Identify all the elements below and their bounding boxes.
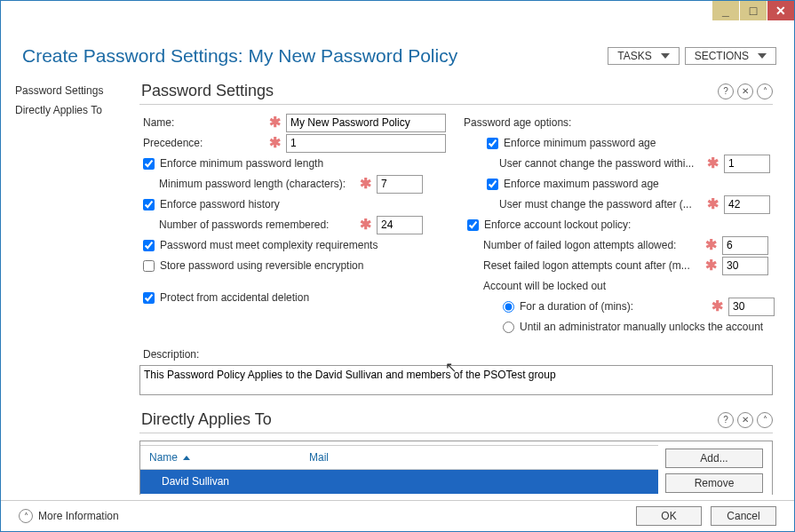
sort-asc-icon (183, 456, 190, 460)
section-title: Directly Applies To (139, 407, 714, 433)
lock-duration-radio[interactable] (503, 301, 514, 313)
section-password-settings: Password Settings ? ✕ ˄ Name: ✱ P (134, 76, 785, 405)
ok-button[interactable]: OK (636, 506, 702, 526)
window-controls: _ □ ✕ (712, 1, 794, 20)
failed-attempts-label: Number of failed logon attempts allowed: (483, 239, 700, 251)
section-title: Password Settings (139, 78, 714, 104)
close-section-icon[interactable]: ✕ (737, 412, 753, 428)
max-age-detail: User must change the password after (... (499, 198, 702, 210)
failed-attempts-input[interactable] (722, 236, 768, 255)
enforce-min-age-checkbox[interactable] (487, 138, 498, 149)
required-icon: ✱ (700, 261, 722, 270)
min-age-input[interactable] (724, 155, 770, 173)
sections-button[interactable]: SECTIONS (685, 47, 776, 65)
collapse-icon[interactable]: ˄ (757, 83, 773, 99)
enforce-lockout-label: Enforce account lockout policy: (484, 218, 631, 231)
chevron-down-icon (661, 53, 670, 59)
lock-duration-label: For a duration of (mins): (520, 300, 706, 313)
enforce-min-length-label: Enforce minimum password length (160, 157, 323, 170)
description-label: Description: (139, 348, 199, 361)
chevron-down-icon (758, 53, 767, 59)
max-age-input[interactable] (724, 195, 770, 214)
enforce-min-age-label: Enforce minimum password age (504, 137, 656, 149)
help-icon[interactable]: ? (718, 83, 734, 99)
maximize-button[interactable]: □ (739, 1, 767, 20)
precedence-input[interactable] (286, 134, 446, 153)
nav-item-directly-applies-to[interactable]: Directly Applies To (15, 100, 134, 120)
main-content: Password Settings ? ✕ ˄ Name: ✱ P (134, 75, 785, 495)
add-button[interactable]: Add... (665, 449, 763, 468)
more-information-button[interactable]: ˄ More Information (19, 509, 119, 523)
name-label: Name: (139, 116, 264, 129)
titlebar: _ □ ✕ (1, 1, 794, 20)
close-button[interactable]: ✕ (767, 1, 794, 20)
enforce-lockout-checkbox[interactable] (467, 219, 479, 231)
section-directly-applies-to: Directly Applies To ? ✕ ˄ Name Mail (134, 405, 785, 495)
column-name-label: Name (149, 451, 178, 464)
help-icon[interactable]: ? (718, 412, 734, 428)
age-options-label: Password age options: (464, 116, 571, 129)
lock-duration-input[interactable] (728, 298, 775, 316)
reversible-label: Store password using reversible encrypti… (160, 259, 363, 272)
complexity-checkbox[interactable] (143, 240, 155, 251)
required-icon: ✱ (264, 118, 286, 127)
tasks-label: TASKS (617, 50, 651, 62)
min-length-input[interactable] (377, 175, 423, 194)
required-icon: ✱ (702, 200, 724, 209)
required-icon: ✱ (702, 159, 724, 168)
locked-out-label: Account will be locked out (483, 280, 606, 292)
enforce-max-age-checkbox[interactable] (487, 179, 498, 190)
expand-icon: ˄ (19, 509, 33, 523)
lock-until-admin-radio[interactable] (503, 322, 514, 333)
enforce-min-length-checkbox[interactable] (143, 158, 155, 170)
lock-until-admin-label: Until an administrator manually unlocks … (520, 321, 763, 333)
enforce-history-checkbox[interactable] (143, 199, 155, 210)
page-title: Create Password Settings: My New Passwor… (22, 45, 602, 67)
description-input[interactable] (139, 365, 773, 395)
required-icon: ✱ (354, 179, 377, 188)
nav-item-password-settings[interactable]: Password Settings (15, 81, 134, 100)
reset-count-input[interactable] (722, 257, 768, 275)
remove-button[interactable]: Remove (665, 473, 763, 493)
precedence-label: Precedence: (139, 137, 264, 149)
left-nav: Password Settings Directly Applies To (1, 75, 134, 495)
column-header-name[interactable]: Name (140, 446, 300, 469)
more-info-label: More Information (38, 510, 119, 522)
sections-label: SECTIONS (695, 50, 749, 62)
page-header: Create Password Settings: My New Passwor… (1, 20, 794, 75)
cancel-button[interactable]: Cancel (711, 506, 776, 526)
collapse-icon[interactable]: ˄ (757, 412, 773, 428)
history-num-label: Number of passwords remembered: (159, 218, 354, 231)
name-input[interactable] (286, 114, 446, 132)
enforce-history-label: Enforce password history (160, 198, 280, 210)
protect-checkbox[interactable] (143, 292, 155, 304)
required-icon: ✱ (700, 241, 722, 250)
column-header-mail[interactable]: Mail (300, 446, 338, 469)
minimize-button[interactable]: _ (712, 1, 739, 20)
required-icon: ✱ (706, 302, 728, 311)
enforce-max-age-label: Enforce maximum password age (504, 178, 659, 190)
table-row[interactable]: David Sullivan (140, 470, 658, 494)
window: _ □ ✕ Create Password Settings: My New P… (0, 0, 795, 532)
protect-label: Protect from accidental deletion (160, 291, 309, 304)
reversible-checkbox[interactable] (143, 260, 155, 272)
table-row[interactable]: PSOTest (140, 494, 658, 495)
tasks-button[interactable]: TASKS (608, 47, 679, 65)
required-icon: ✱ (354, 220, 377, 229)
min-age-detail: User cannot change the password withi... (499, 157, 702, 170)
min-length-label: Minimum password length (characters): (159, 178, 354, 190)
complexity-label: Password must meet complexity requiremen… (160, 239, 378, 251)
reset-count-label: Reset failed logon attempts count after … (483, 259, 700, 272)
required-icon: ✱ (264, 139, 286, 147)
history-num-input[interactable] (377, 216, 423, 234)
close-section-icon[interactable]: ✕ (737, 83, 753, 99)
footer: ˄ More Information OK Cancel (1, 500, 794, 531)
